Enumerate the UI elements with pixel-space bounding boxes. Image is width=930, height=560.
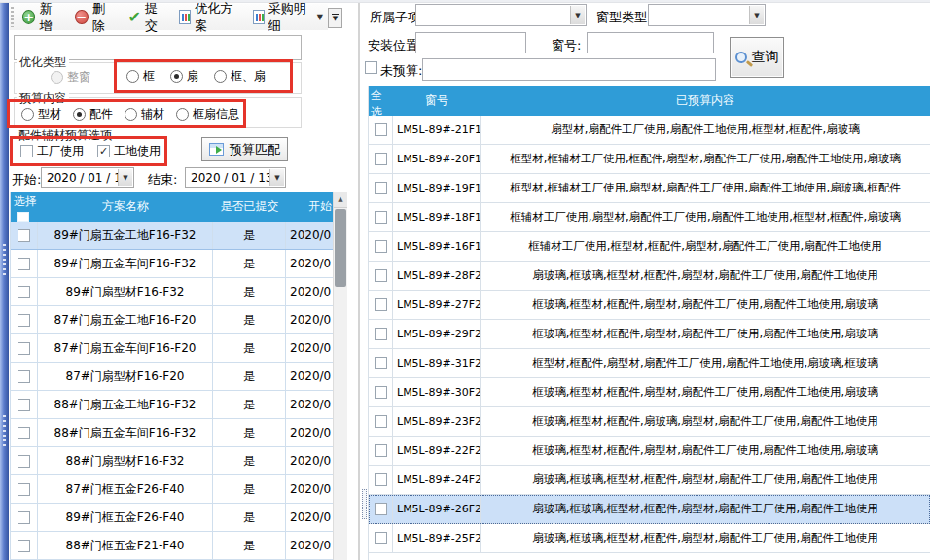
select-all-checkbox[interactable] (17, 212, 29, 222)
row-checkbox[interactable] (18, 399, 30, 411)
row-checkbox[interactable] (18, 342, 30, 355)
query-button[interactable]: 查询 (730, 37, 784, 78)
budget-match-button[interactable]: 预算匹配 (201, 137, 288, 161)
plan-row[interactable]: 88#门扇五金车间F16-F32是2020/0 (11, 419, 347, 447)
plan-row[interactable]: 88#门扇型材F16-F32是2020/0 (11, 447, 347, 475)
select-column-header[interactable]: 选择 (11, 192, 38, 222)
row-checkbox[interactable] (18, 258, 30, 270)
checkbox-option-工地使用[interactable]: 工地使用 (97, 143, 161, 159)
toolbar-button-submit[interactable]: ✔提交 (124, 0, 171, 38)
scroll-up-icon[interactable]: ▲ (334, 192, 347, 208)
no-budget-input[interactable] (422, 58, 716, 81)
row-checkbox[interactable] (18, 427, 30, 439)
start-date-picker[interactable]: 2020 / 01 / 1 ▼ (41, 167, 134, 188)
start-column-header[interactable]: 开始 (286, 192, 334, 222)
row-checkbox[interactable] (18, 511, 30, 524)
row-checkbox[interactable] (375, 298, 387, 311)
no-budget-checkbox[interactable] (365, 61, 377, 74)
plan-row[interactable]: 88#门扇五金工地F16-F32是2020/0 (11, 391, 347, 419)
window-row[interactable]: LM5L-89#-28F26扇玻璃,框玻璃,框型材,框配件,扇型材,扇配件工厂使… (369, 262, 930, 291)
window-row[interactable]: LM5L-89#-18F16框辅材工厂使用,扇型材,扇配件工厂使用,扇配件工地使… (369, 203, 930, 232)
row-checkbox[interactable] (18, 483, 30, 496)
plan-table-scrollbar[interactable]: ▲ (333, 192, 347, 560)
window-type-dropdown[interactable]: ▼ (648, 4, 766, 26)
window-row[interactable]: LM5L-89#-20F18框型材,框辅材工厂使用,框配件,扇型材,扇配件工厂使… (369, 145, 930, 174)
panel-splitter[interactable] (358, 3, 360, 560)
submitted-cell: 是 (213, 334, 286, 362)
plan-row[interactable]: 89#门扇五金工地F16-F32是2020/0 (11, 222, 347, 250)
toolbar-overflow-button[interactable]: ▼ (328, 8, 342, 28)
toolbar-button-purchase-detail[interactable]: 采购明细▼ (248, 0, 328, 38)
row-checkbox[interactable] (375, 473, 387, 486)
plan-row[interactable]: 87#门框五金F26-F40是2020/0 (11, 475, 347, 504)
radio-option-配件[interactable]: 配件 (73, 106, 113, 122)
chevron-down-icon[interactable]: ▼ (570, 6, 585, 24)
row-checkbox[interactable] (375, 503, 387, 515)
window-row[interactable]: LM5L-89#-27F25框玻璃,框型材,框配件,扇型材,扇配件工厂使用,扇配… (369, 291, 930, 320)
row-checkbox[interactable] (375, 182, 387, 194)
toolbar-button-delete[interactable]: −删除 (70, 0, 119, 38)
row-checkbox[interactable] (375, 211, 387, 224)
window-row[interactable]: LM5L-89#-26F24扇玻璃,框玻璃,框型材,框配件,扇型材,扇配件工厂使… (369, 495, 930, 524)
install-pos-input[interactable] (415, 32, 526, 53)
window-row[interactable]: LM5L-89#-25F23扇玻璃,框玻璃,框型材,框配件,扇型材,扇配件工厂使… (369, 524, 930, 553)
radio-option-框扇信息[interactable]: 框扇信息 (176, 106, 239, 122)
dock-edge-strip[interactable] (0, 3, 9, 560)
row-checkbox[interactable] (375, 357, 387, 369)
chevron-down-icon[interactable]: ▼ (749, 6, 764, 24)
submitted-column-header[interactable]: 是否已提交 (213, 192, 286, 222)
plan-row[interactable]: 89#门框五金F26-F40是2020/0 (11, 504, 347, 532)
row-checkbox[interactable] (18, 314, 30, 327)
window-row[interactable]: LM5L-89#-31F29框型材,框配件,扇型材,扇配件工厂使用,扇配件工地使… (369, 349, 930, 378)
window-row[interactable]: LM5L-89#-24F22扇玻璃,框玻璃,框型材,框配件,扇型材,扇配件工厂使… (369, 466, 930, 495)
row-checkbox[interactable] (18, 455, 30, 468)
window-row[interactable]: LM5L-89#-23F21框玻璃,框型材,框配件,扇玻璃,扇型材,扇配件工厂使… (369, 407, 930, 437)
splitter-grip[interactable] (362, 489, 367, 519)
plan-row[interactable]: 87#门扇型材F16-F20是2020/0 (11, 363, 347, 391)
row-checkbox[interactable] (18, 370, 30, 383)
window-row[interactable]: LM5L-89#-30F28框玻璃,框型材,框配件,扇型材,扇配件工厂使用,扇配… (369, 378, 930, 407)
row-checkbox[interactable] (18, 286, 30, 298)
row-checkbox[interactable] (375, 123, 387, 136)
plan-row[interactable]: 89#门扇型材F16-F32是2020/0 (11, 278, 347, 306)
window-row[interactable]: LM5L-89#-21F19扇型材,扇配件工厂使用,扇配件工地使用,框型材,框配… (369, 116, 930, 145)
row-checkbox[interactable] (375, 386, 387, 399)
radio-option-型材[interactable]: 型材 (21, 106, 61, 122)
radio-option-框、扇[interactable]: 框、扇 (214, 68, 266, 85)
chevron-down-icon[interactable]: ▼ (269, 169, 284, 186)
plan-row[interactable]: 87#门扇五金工地F16-F20是2020/0 (11, 306, 347, 334)
window-row[interactable]: LM5L-89#-16F15框辅材工厂使用,框型材,框配件,扇型材,扇配件工厂使… (369, 232, 930, 262)
row-checkbox[interactable] (18, 229, 30, 242)
checkbox-option-工厂使用[interactable]: 工厂使用 (20, 143, 84, 159)
radio-option-框[interactable]: 框 (126, 68, 155, 85)
toolbar-button-optimize-plan[interactable]: 优化方案 (174, 0, 244, 38)
window-no-input[interactable] (587, 32, 714, 53)
chevron-down-icon[interactable]: ▼ (118, 169, 132, 186)
plan-row[interactable]: 88#门框五金F21-F40是2020/0 (11, 532, 347, 560)
window-row[interactable]: LM5L-89#-19F17框型材,框辅材工厂使用,扇型材,扇配件工厂使用,扇配… (369, 174, 930, 203)
row-checkbox[interactable] (375, 532, 387, 544)
window-row[interactable]: LM5L-89#-29F27框玻璃,框型材,框配件,扇型材,扇配件工厂使用,扇配… (369, 320, 930, 349)
scrollbar-thumb[interactable] (335, 209, 346, 287)
radio-option-辅材[interactable]: 辅材 (125, 106, 164, 122)
row-checkbox[interactable] (375, 153, 387, 165)
end-date-picker[interactable]: 2020 / 01 / 13 ▼ (185, 167, 286, 188)
window-no-column-header[interactable]: 窗号 (393, 86, 481, 116)
budget-content-column-header[interactable]: 已预算内容 (481, 86, 930, 116)
plan-name-column-header[interactable]: 方案名称 (38, 192, 213, 222)
plan-row[interactable]: 87#门扇五金车间F16-F20是2020/0 (11, 334, 347, 363)
row-checkbox[interactable] (375, 415, 387, 428)
window-row[interactable]: LM5L-89#-22F20框玻璃,框型材,框配件,扇型材,扇配件工厂使用,扇配… (369, 437, 930, 466)
select-cell (369, 320, 393, 348)
row-checkbox[interactable] (375, 444, 387, 457)
select-all-column-header[interactable]: 全选 (369, 86, 393, 116)
row-checkbox[interactable] (18, 540, 30, 552)
toolbar-button-add[interactable]: +新增 (18, 0, 66, 38)
radio-option-整窗[interactable]: 整窗 (51, 69, 90, 86)
plan-row[interactable]: 89#门扇五金车间F16-F32是2020/0 (11, 250, 347, 278)
radio-option-扇[interactable]: 扇 (170, 68, 198, 85)
row-checkbox[interactable] (375, 328, 387, 340)
row-checkbox[interactable] (375, 240, 387, 253)
row-checkbox[interactable] (375, 269, 387, 282)
sub-item-dropdown[interactable]: ▼ (415, 4, 587, 26)
